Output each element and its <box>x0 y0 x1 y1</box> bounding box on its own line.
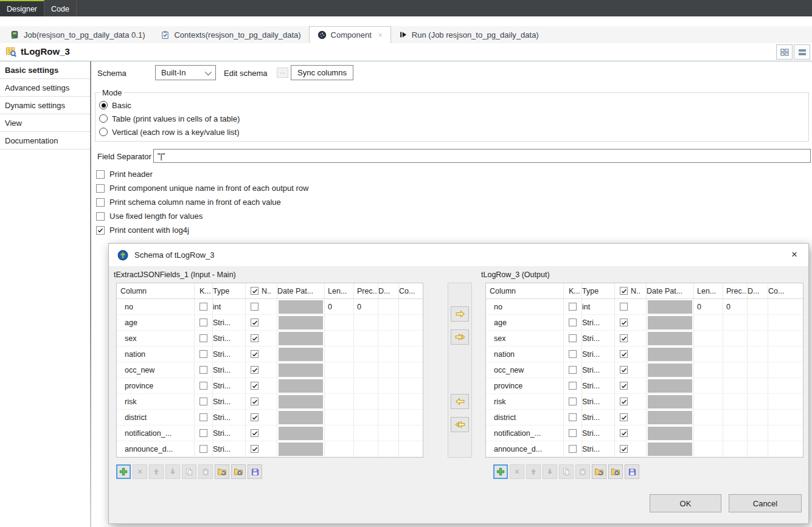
key-checkbox[interactable] <box>200 445 207 453</box>
header-nullable-checkbox[interactable] <box>251 287 259 295</box>
nullable-checkbox[interactable] <box>251 303 259 311</box>
tab-component[interactable]: Component× <box>309 26 391 43</box>
add-column-button[interactable] <box>116 464 131 479</box>
dialog-titlebar[interactable]: Schema of tLogRow_3 <box>109 244 808 267</box>
header-nullable-checkbox[interactable] <box>620 287 628 295</box>
nullable-checkbox[interactable] <box>620 366 628 374</box>
save-schema-button[interactable] <box>625 464 639 479</box>
sidebar-item-advanced-settings[interactable]: Advanced settings <box>0 79 90 97</box>
key-checkbox[interactable] <box>569 398 577 405</box>
key-checkbox[interactable] <box>569 350 577 358</box>
table-row[interactable]: notification_...Stri... <box>117 425 423 441</box>
field-separator-input[interactable] <box>153 149 811 163</box>
sync-columns-button[interactable]: Sync columns <box>291 65 353 80</box>
move-down-button[interactable] <box>165 464 180 479</box>
key-checkbox[interactable] <box>200 413 207 421</box>
sidebar-item-basic-settings[interactable]: Basic settings <box>0 61 90 79</box>
checkbox[interactable] <box>96 170 105 179</box>
checkbox[interactable] <box>96 226 105 235</box>
nullable-checkbox[interactable] <box>620 413 628 421</box>
key-checkbox[interactable] <box>200 366 207 374</box>
copy-all-left-button[interactable] <box>451 417 469 432</box>
table-row[interactable]: notification_...Stri... <box>486 425 803 441</box>
save-schema-button[interactable] <box>248 464 262 479</box>
nullable-checkbox[interactable] <box>620 350 628 358</box>
add-column-button[interactable] <box>493 464 508 479</box>
paste-columns-button[interactable] <box>575 464 590 479</box>
checkbox[interactable] <box>96 212 105 221</box>
move-up-button[interactable] <box>149 464 164 479</box>
move-up-button[interactable] <box>526 464 541 479</box>
mode-option-basic[interactable]: Basic <box>99 98 803 112</box>
copy-columns-button[interactable] <box>559 464 574 479</box>
key-checkbox[interactable] <box>569 366 577 374</box>
option-print-content-with-log4j[interactable]: Print content with log4j <box>96 223 308 237</box>
key-checkbox[interactable] <box>200 382 207 390</box>
checkbox[interactable] <box>96 184 105 193</box>
sidebar-item-documentation[interactable]: Documentation <box>0 132 90 150</box>
nullable-checkbox[interactable] <box>251 366 259 374</box>
output-schema-table[interactable]: ColumnK...TypeN..Date Pat...Len...Prec..… <box>485 283 803 458</box>
table-row[interactable]: provinceStri... <box>117 378 423 394</box>
nullable-checkbox[interactable] <box>620 303 628 311</box>
remove-column-button[interactable] <box>510 464 524 479</box>
table-row[interactable]: noint00 <box>117 299 423 315</box>
nullable-checkbox[interactable] <box>251 445 259 453</box>
option-use-fixed-length-for-values[interactable]: Use fixed length for values <box>96 209 308 223</box>
nullable-checkbox[interactable] <box>251 413 259 421</box>
edit-schema-ellipsis-button[interactable]: ... <box>277 67 288 78</box>
table-row[interactable]: announce_d...Stri... <box>486 441 803 457</box>
key-checkbox[interactable] <box>569 429 577 437</box>
table-row[interactable]: districtStri... <box>117 410 423 425</box>
key-checkbox[interactable] <box>200 303 207 311</box>
nullable-checkbox[interactable] <box>251 398 259 405</box>
tab-contexts[interactable]: Contexts(resjson_to_pg_daily_data) <box>153 26 308 43</box>
tab-close-icon[interactable]: × <box>378 31 383 40</box>
export-schema-button[interactable] <box>231 464 246 479</box>
key-checkbox[interactable] <box>200 350 207 358</box>
key-checkbox[interactable] <box>200 398 207 405</box>
table-row[interactable]: occ_newStri... <box>486 362 803 378</box>
sidebar-item-view[interactable]: View <box>0 114 90 132</box>
radio-button[interactable] <box>99 114 108 123</box>
table-row[interactable]: riskStri... <box>117 394 423 410</box>
table-row[interactable]: nationStri... <box>486 346 803 362</box>
move-down-button[interactable] <box>543 464 557 479</box>
key-checkbox[interactable] <box>569 413 577 421</box>
grid-view-button[interactable] <box>776 44 793 60</box>
remove-column-button[interactable] <box>133 464 147 479</box>
schema-type-select[interactable]: Built-In <box>155 65 216 80</box>
paste-columns-button[interactable] <box>198 464 213 479</box>
mode-option-table[interactable]: Table (print values in cells of a table) <box>99 112 803 125</box>
table-row[interactable]: ageStri... <box>486 315 803 331</box>
table-row[interactable]: noint00 <box>486 299 803 315</box>
tab-run[interactable]: Run (Job resjson_to_pg_daily_data) <box>391 26 547 43</box>
nullable-checkbox[interactable] <box>620 398 628 405</box>
option-print-component-unique-name-in-front-of-each-output-row[interactable]: Print component unique name in front of … <box>96 181 308 195</box>
radio-button[interactable] <box>99 101 108 109</box>
copy-selected-left-button[interactable] <box>451 394 469 409</box>
key-checkbox[interactable] <box>569 445 577 453</box>
key-checkbox[interactable] <box>569 334 577 342</box>
option-print-header[interactable]: Print header <box>96 167 308 181</box>
perspective-tab-code[interactable]: Code <box>44 0 77 16</box>
nullable-checkbox[interactable] <box>620 334 628 342</box>
table-row[interactable]: occ_newStri... <box>117 362 423 378</box>
table-row[interactable]: riskStri... <box>486 394 803 410</box>
sidebar-item-dynamic-settings[interactable]: Dynamic settings <box>0 97 90 114</box>
export-schema-button[interactable] <box>608 464 623 479</box>
copy-selected-right-button[interactable] <box>451 306 469 322</box>
key-checkbox[interactable] <box>569 382 577 390</box>
perspective-tab-designer[interactable]: Designer <box>0 0 44 16</box>
nullable-checkbox[interactable] <box>620 319 628 326</box>
table-row[interactable]: provinceStri... <box>486 378 803 394</box>
key-checkbox[interactable] <box>569 319 577 326</box>
nullable-checkbox[interactable] <box>251 319 259 326</box>
tab-job[interactable]: Job(resjson_to_pg_daily_data 0.1) <box>2 26 153 43</box>
ok-button[interactable]: OK <box>650 494 721 512</box>
checkbox[interactable] <box>96 198 105 207</box>
import-schema-button[interactable] <box>592 464 606 479</box>
nullable-checkbox[interactable] <box>620 445 628 453</box>
nullable-checkbox[interactable] <box>251 334 259 342</box>
cancel-button[interactable]: Cancel <box>729 494 802 512</box>
